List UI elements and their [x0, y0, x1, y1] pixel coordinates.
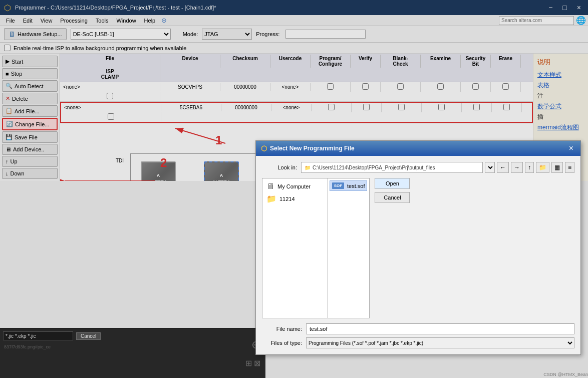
dialog-title-text: Select New Programming File: [270, 145, 355, 152]
folder-icon-11214: 📁: [266, 194, 276, 204]
open-button[interactable]: Open: [375, 178, 410, 189]
filetype-label: Files of type:: [262, 340, 302, 346]
testsof-label: test.sof: [347, 183, 365, 189]
dialog-action-buttons: Open Cancel: [375, 178, 410, 318]
look-in-row: Look in: 📁 C:\Users\11214\Desktop\FPGA_P…: [262, 162, 574, 173]
mycomputer-label: My Computer: [277, 183, 311, 190]
dialog-close-button[interactable]: ×: [567, 144, 575, 153]
dialog-title-icon: ⬡: [261, 144, 267, 152]
view-toggle-button-2[interactable]: ≡: [565, 162, 574, 173]
computer-icon: 🖥: [266, 182, 274, 191]
nav-new-folder-button[interactable]: 📁: [536, 162, 549, 173]
file-item-testsof[interactable]: SOF test.sof: [330, 180, 367, 191]
nav-back-button[interactable]: ←: [497, 162, 509, 173]
filename-input[interactable]: [306, 323, 574, 334]
look-in-path-value: C:\Users\11214\Desktop\FPGA_Project\Prj\…: [313, 165, 435, 170]
folder-11214-label: 11214: [279, 196, 295, 202]
filetype-row: Files of type: Programming Files (*.sof …: [262, 337, 574, 348]
dialog-body: Look in: 📁 C:\Users\11214\Desktop\FPGA_P…: [256, 156, 580, 354]
folder-icon-path: 📁: [305, 165, 311, 170]
file-left-pane: 🖥 My Computer 📁 11214: [262, 178, 328, 318]
look-in-path-text: 📁 C:\Users\11214\Desktop\FPGA_Project\Pr…: [301, 162, 483, 173]
nav-forward-button[interactable]: →: [511, 162, 523, 173]
look-in-label: Look in:: [262, 164, 297, 170]
nav-up-button[interactable]: ↑: [525, 162, 534, 173]
sof-file-icon: SOF: [332, 182, 344, 189]
file-item-11214[interactable]: 📁 11214: [264, 193, 325, 205]
filetype-select[interactable]: Programming Files (*.sof *.pof *.jam *.j…: [306, 337, 574, 348]
file-right-pane: SOF test.sof: [328, 178, 369, 318]
look-in-path-container: 📁 C:\Users\11214\Desktop\FPGA_Project\Pr…: [301, 162, 574, 173]
dialog-overlay: ⬡ Select New Programming File × Look in:…: [0, 0, 588, 378]
dialog-title-content: ⬡ Select New Programming File: [261, 144, 355, 152]
select-programming-file-dialog: ⬡ Select New Programming File × Look in:…: [255, 140, 581, 355]
file-browser: 🖥 My Computer 📁 11214 SOF test.sof: [262, 178, 370, 318]
dialog-cancel-button[interactable]: Cancel: [375, 192, 410, 203]
dialog-title-bar: ⬡ Select New Programming File ×: [256, 141, 580, 156]
filename-label: File name:: [262, 326, 302, 332]
file-item-mycomputer[interactable]: 🖥 My Computer: [264, 180, 325, 193]
view-toggle-button-1[interactable]: ▦: [551, 162, 563, 173]
look-in-dropdown[interactable]: [485, 162, 495, 173]
filename-row: File name:: [262, 323, 574, 334]
file-area-wrapper: 🖥 My Computer 📁 11214 SOF test.sof: [262, 178, 574, 318]
